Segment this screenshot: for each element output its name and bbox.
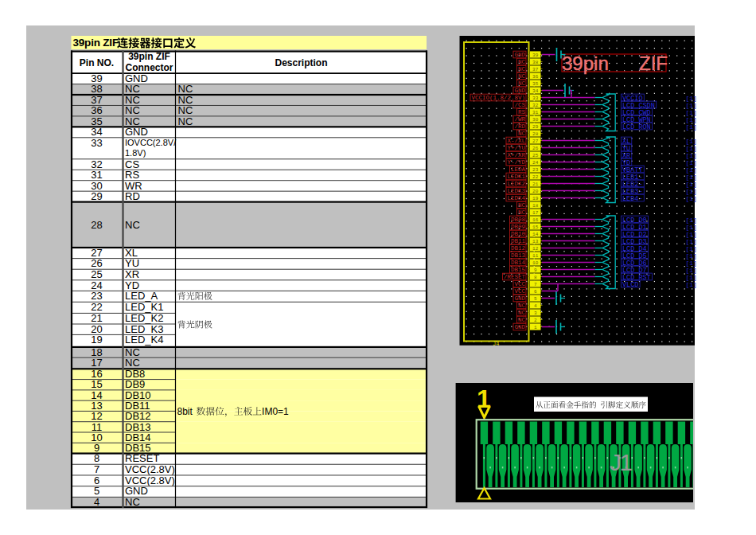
svg-text:[1]: [1] [686, 217, 697, 224]
svg-text:5: 5 [534, 296, 537, 302]
svg-text:[1]: [1] [686, 166, 697, 174]
svg-text:30: 30 [532, 117, 539, 123]
svg-text:12: 12 [532, 246, 539, 252]
svg-text:22: 22 [532, 174, 539, 180]
svg-text:[1]: [1] [686, 145, 697, 152]
svg-text:DB12: DB12 [511, 245, 525, 252]
svg-text:38: 38 [532, 60, 539, 65]
svg-text:LEDK4: LEDK4 [507, 195, 525, 201]
svg-text:LEDK1: LEDK1 [507, 174, 525, 180]
svg-text:Y+/YU: Y+/YU [507, 145, 525, 151]
svg-text:33: 33 [91, 137, 102, 149]
svg-text:ZIF: ZIF [639, 53, 668, 74]
svg-text:13: 13 [532, 239, 539, 244]
svg-text:31: 31 [532, 110, 539, 115]
svg-text:[1]: [1] [686, 95, 697, 102]
svg-text:39pin ZIF: 39pin ZIF [73, 37, 119, 49]
svg-text:NC: NC [518, 59, 526, 65]
svg-text:8bit: 8bit [177, 406, 193, 417]
svg-text:LCD_RON: LCD_RON [622, 123, 651, 131]
svg-text:19: 19 [91, 334, 102, 346]
svg-text:DB11: DB11 [511, 238, 526, 244]
svg-text:27: 27 [532, 139, 539, 144]
svg-text:35: 35 [532, 81, 539, 87]
svg-text:NC: NC [518, 303, 526, 309]
svg-text:14: 14 [532, 232, 539, 237]
svg-text:28: 28 [91, 219, 102, 231]
svg-text:[1]: [1] [686, 195, 697, 202]
svg-text:19: 19 [532, 196, 539, 201]
svg-text:DB15: DB15 [511, 267, 526, 273]
svg-text:28: 28 [532, 131, 539, 137]
svg-text:[1]: [1] [686, 260, 697, 267]
svg-text:NC: NC [518, 317, 526, 323]
svg-text:8: 8 [534, 275, 537, 280]
svg-text:[1]: [1] [686, 116, 697, 123]
svg-text:15: 15 [532, 225, 539, 230]
svg-text:39pin ZIF: 39pin ZIF [128, 51, 170, 62]
svg-text:[1]: [1] [686, 274, 697, 281]
svg-text:GND: GND [514, 324, 525, 330]
svg-text:X-/XL: X-/XL [507, 138, 525, 144]
svg-text:LEDK3: LEDK3 [507, 188, 525, 194]
svg-text:[1]: [1] [686, 174, 697, 181]
svg-text:LED_K1: LED_K1 [125, 301, 163, 313]
svg-text:[1]: [1] [686, 224, 697, 231]
svg-text:39pin: 39pin [562, 53, 609, 74]
svg-text:[1]: [1] [686, 252, 697, 260]
svg-text:LED_K4: LED_K4 [125, 334, 163, 346]
svg-text:VCC: VCC [514, 288, 525, 295]
svg-text:32: 32 [532, 103, 539, 108]
svg-text:IM0=1: IM0=1 [262, 406, 289, 417]
svg-text:VCCIO(1.8/2.8V): VCCIO(1.8/2.8V) [471, 95, 525, 101]
svg-text:LED_A: LED_A [125, 290, 158, 302]
svg-text:20: 20 [532, 189, 539, 194]
svg-text:[1]: [1] [686, 181, 697, 188]
svg-text:3: 3 [534, 310, 537, 316]
svg-text:/RD: /RD [514, 123, 525, 130]
svg-text:[1]: [1] [686, 159, 697, 166]
svg-text:RS: RS [518, 109, 526, 115]
svg-text:NC: NC [518, 131, 526, 137]
svg-text:VLCD: VLCD [622, 281, 638, 289]
svg-text:[1]: [1] [686, 281, 697, 288]
svg-text:GND: GND [514, 295, 525, 302]
svg-text:NC: NC [125, 496, 140, 508]
svg-text:23: 23 [91, 290, 102, 302]
svg-text:29: 29 [532, 124, 539, 130]
svg-text:17: 17 [91, 357, 102, 369]
svg-text:NC: NC [518, 310, 526, 316]
svg-text:DB13: DB13 [511, 252, 526, 259]
svg-text:[1]: [1] [686, 102, 697, 109]
svg-text:LEDK2: LEDK2 [507, 181, 525, 187]
svg-text:NC: NC [518, 66, 526, 72]
svg-text:24: 24 [532, 160, 539, 166]
svg-text:4: 4 [94, 496, 99, 508]
svg-text:NC: NC [125, 219, 140, 231]
svg-text:J1: J1 [610, 449, 633, 475]
svg-text:[1]: [1] [686, 188, 697, 195]
svg-text:DB14: DB14 [511, 260, 526, 266]
svg-text:37: 37 [532, 67, 539, 72]
svg-text:7: 7 [534, 282, 537, 287]
svg-text:39: 39 [532, 53, 539, 58]
svg-text:VCC: VCC [514, 281, 525, 287]
svg-text:/WR: /WR [514, 116, 525, 123]
svg-text:DB10: DB10 [511, 231, 526, 237]
svg-text:21: 21 [532, 182, 539, 187]
svg-text:DB08: DB08 [511, 217, 525, 223]
svg-text:[1]: [1] [686, 238, 697, 245]
svg-text:LED4-: LED4- [622, 195, 643, 203]
svg-text:29: 29 [91, 190, 102, 202]
svg-text:[1]: [1] [686, 231, 697, 238]
svg-text:11: 11 [532, 253, 539, 259]
svg-text:Description: Description [275, 57, 327, 68]
svg-text:Pin NO.: Pin NO. [80, 57, 114, 68]
svg-text:NC: NC [518, 209, 526, 216]
svg-text:17: 17 [532, 210, 539, 216]
svg-text:23: 23 [532, 167, 539, 173]
svg-text:18: 18 [532, 203, 539, 209]
svg-text:33: 33 [532, 96, 539, 101]
svg-text:[1]: [1] [686, 152, 697, 159]
svg-text:NC: NC [518, 73, 526, 80]
